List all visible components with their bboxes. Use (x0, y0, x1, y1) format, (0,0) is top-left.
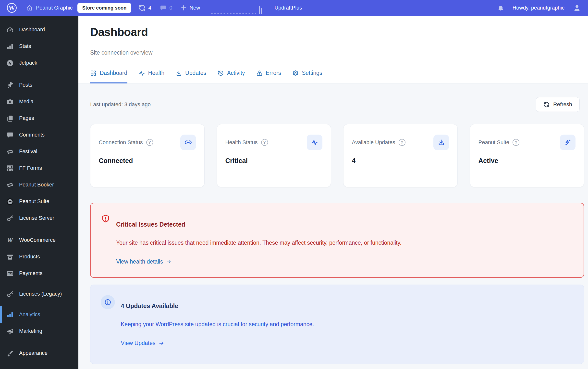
sidebar-item-label: Licenses (Legacy) (19, 291, 63, 298)
alert-circle-icon (101, 295, 115, 346)
sidebar-item-license-server[interactable]: License Server (0, 210, 78, 227)
page-title: Dashboard (90, 25, 576, 39)
key-icon (6, 215, 14, 222)
main-content: Dashboard Site connection overview Dashb… (78, 16, 588, 369)
sidebar-item-label: WooCommerce (19, 237, 56, 244)
avatar[interactable] (573, 4, 581, 12)
card-peanut-suite: Peanut Suite ? Active (470, 124, 584, 187)
tab-settings[interactable]: Settings (292, 70, 322, 83)
sidebar-item-analytics[interactable]: Analytics (0, 306, 78, 323)
help-icon[interactable]: ? (399, 139, 405, 146)
updraftplus-menu-item[interactable]: UpdraftPlus (274, 5, 302, 11)
page-header: Dashboard Site connection overview Dashb… (78, 16, 588, 83)
sidebar-item-label: License Server (19, 215, 54, 222)
tab-activity[interactable]: Activity (218, 70, 245, 83)
activity-icon (139, 70, 145, 76)
sidebar-item-label: Media (19, 98, 34, 105)
sidebar-item-licenses-legacy[interactable]: Licenses (Legacy) (0, 282, 78, 306)
help-icon[interactable]: ? (261, 139, 268, 146)
home-icon (26, 5, 33, 11)
link-label: View Updates (121, 340, 156, 346)
sidebar-item-media[interactable]: Media (0, 93, 78, 110)
sidebar-item-label: Marketing (19, 328, 42, 335)
wordpress-logo-icon[interactable]: W (7, 3, 17, 13)
wp-logo-letter: W (9, 5, 15, 11)
alert-title: 4 Updates Available (121, 302, 314, 310)
sidebar-item-products[interactable]: Products (0, 249, 78, 265)
activity-icon (307, 135, 322, 150)
sidebar-item-pages[interactable]: Pages (0, 110, 78, 127)
dotted-divider (211, 4, 256, 14)
site-name-label: Peanut Graphic (36, 5, 73, 11)
site-name-link[interactable]: Peanut Graphic (26, 5, 73, 11)
sidebar-item-festival[interactable]: Festival (0, 143, 78, 160)
view-health-details-link[interactable]: View health details (116, 258, 172, 265)
sidebar-item-woocommerce[interactable]: W WooCommerce (0, 232, 78, 249)
sidebar-item-posts[interactable]: Posts (0, 77, 78, 93)
howdy-account-link[interactable]: Howdy, peanutgraphic (513, 5, 564, 11)
payment-card-icon: $ (6, 270, 14, 277)
pushpin-icon (6, 81, 14, 89)
card-value: Critical (225, 157, 323, 165)
shield-alert-icon (101, 214, 110, 265)
sidebar-item-label: Posts (19, 82, 32, 89)
sidebar-item-ff-forms[interactable]: FF Forms (0, 160, 78, 177)
sidebar-item-stats[interactable]: Stats (0, 38, 78, 55)
plus-icon (181, 5, 187, 11)
sidebar-item-label: Appearance (19, 350, 48, 357)
sidebar-item-appearance[interactable]: Appearance (0, 345, 78, 362)
card-title: Peanut Suite (478, 139, 509, 146)
sidebar-item-peanut-booker[interactable]: Peanut Booker (0, 177, 78, 193)
tab-errors[interactable]: Errors (256, 70, 281, 83)
help-icon[interactable]: ? (146, 139, 153, 146)
arrow-right-icon (166, 259, 172, 265)
alert-body: Your site has critical issues that need … (116, 239, 402, 247)
tab-bar: Dashboard Health Updates Activity Errors (90, 70, 576, 83)
tab-dashboard[interactable]: Dashboard (90, 70, 127, 83)
jetpack-icon (6, 59, 14, 67)
bar-chart-icon (6, 43, 14, 50)
alert-title: Critical Issues Detected (116, 221, 402, 228)
help-icon[interactable]: ? (513, 139, 519, 146)
new-content-link[interactable]: New (181, 5, 200, 11)
update-arrows-icon (139, 4, 146, 11)
card-value: Connected (99, 157, 196, 165)
refresh-button[interactable]: Refresh (536, 97, 580, 112)
forms-grid-icon (6, 165, 14, 172)
download-icon (176, 70, 182, 76)
pages-icon (6, 115, 14, 122)
admin-bar: W Peanut Graphic Store coming soon 4 0 N… (0, 0, 588, 16)
last-updated-text: Last updated: 3 days ago (90, 101, 151, 108)
bell-icon[interactable] (497, 4, 504, 11)
woocommerce-icon: W (6, 237, 14, 244)
sidebar-item-comments[interactable]: Comments (0, 127, 78, 143)
sidebar-item-payments[interactable]: $ Payments (0, 265, 78, 282)
card-value: 4 (352, 157, 449, 165)
tab-label: Settings (302, 70, 322, 76)
sidebar-item-label: Stats (19, 43, 31, 50)
critical-issues-alert: Critical Issues Detected Your site has c… (90, 203, 584, 278)
download-icon (433, 135, 449, 150)
sidebar-item-label: Dashboard (19, 26, 45, 33)
refresh-icon (543, 102, 550, 108)
peanut-suite-logo-icon (6, 198, 14, 205)
comments-count-link[interactable]: 0 (160, 4, 172, 11)
warning-triangle-icon (256, 70, 263, 76)
tab-health[interactable]: Health (139, 70, 164, 83)
updates-count-link[interactable]: 4 (139, 4, 151, 11)
sidebar-item-dashboard[interactable]: Dashboard (0, 22, 78, 38)
sidebar-item-marketing[interactable]: Marketing (0, 323, 78, 340)
gear-icon (292, 70, 299, 76)
stat-cards-row: Connection Status ? Connected Health Sta… (90, 124, 584, 187)
view-updates-link[interactable]: View Updates (121, 340, 164, 346)
sidebar-item-peanut-suite[interactable]: Peanut Suite (0, 193, 78, 210)
tab-label: Updates (185, 70, 206, 76)
sidebar-item-jetpack[interactable]: Jetpack (0, 55, 78, 71)
tab-updates[interactable]: Updates (176, 70, 206, 83)
alert-body: Keeping your WordPress site updated is c… (121, 320, 314, 328)
store-coming-soon-badge[interactable]: Store coming soon (77, 3, 131, 13)
key-icon (6, 290, 14, 298)
card-value: Active (478, 157, 576, 165)
dollar-glyph: $ (9, 272, 11, 276)
sidebar-item-label: Peanut Booker (19, 182, 54, 188)
